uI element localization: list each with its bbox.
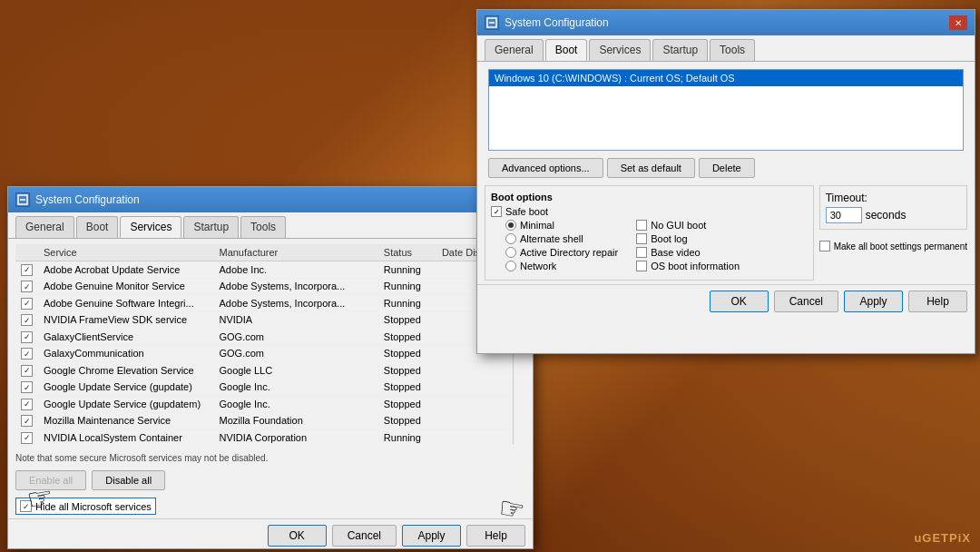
boot-help-button[interactable]: Help — [908, 291, 967, 312]
timeout-box: Timeout: seconds — [819, 185, 967, 230]
advanced-options-button[interactable]: Advanced options... — [488, 158, 603, 178]
tab-general[interactable]: General — [15, 216, 74, 238]
service-manufacturer: Google LLC — [213, 362, 377, 380]
service-checkbox[interactable] — [21, 399, 33, 410]
safe-boot-checkbox[interactable] — [491, 206, 502, 217]
ad-repair-row: Active Directory repair — [491, 247, 618, 258]
table-row[interactable]: Google Chrome Elevation ServiceGoogle LL… — [15, 362, 525, 380]
boot-tab-services[interactable]: Services — [589, 39, 651, 61]
table-row[interactable]: Adobe Genuine Monitor ServiceAdobe Syste… — [15, 278, 525, 295]
service-checkbox[interactable] — [21, 381, 33, 393]
base-video-checkbox[interactable] — [636, 247, 647, 258]
alternate-shell-label: Alternate shell — [520, 233, 583, 244]
ad-repair-label: Active Directory repair — [520, 247, 618, 258]
boot-title-text: System Configuration — [505, 16, 609, 29]
services-apply-button[interactable]: Apply — [402, 525, 461, 547]
table-row[interactable]: Adobe Genuine Software Integri...Adobe S… — [15, 295, 525, 312]
services-ok-button[interactable]: OK — [268, 525, 327, 547]
service-status: Stopped — [378, 345, 436, 362]
table-row[interactable]: NVIDIA FrameView SDK serviceNVIDIAStoppe… — [15, 311, 525, 329]
service-status: Running — [378, 295, 436, 312]
table-row[interactable]: Google Update Service (gupdate)Google In… — [15, 379, 525, 396]
services-title-icon — [15, 192, 30, 207]
service-checkbox[interactable] — [21, 314, 33, 326]
service-manufacturer: Google Inc. — [213, 379, 377, 396]
boot-footer: OK Cancel Apply Help — [477, 284, 975, 318]
base-video-row: Base video — [636, 247, 740, 258]
service-name: Adobe Genuine Software Integri... — [38, 295, 213, 312]
tab-boot[interactable]: Boot — [76, 216, 119, 238]
ad-repair-radio[interactable] — [505, 247, 516, 258]
service-status: Stopped — [378, 329, 436, 346]
service-status: Running — [378, 261, 436, 279]
service-checkbox[interactable] — [21, 365, 33, 377]
col-service[interactable]: Service — [38, 244, 213, 261]
network-radio[interactable] — [505, 261, 516, 271]
services-help-button[interactable]: Help — [466, 525, 525, 547]
boot-ok-button[interactable]: OK — [710, 291, 769, 312]
service-checkbox[interactable] — [21, 298, 33, 310]
service-checkbox[interactable] — [21, 348, 33, 360]
services-tab-bar: General Boot Services Startup Tools — [8, 212, 533, 239]
set-default-button[interactable]: Set as default — [607, 158, 695, 178]
alternate-shell-radio[interactable] — [505, 233, 516, 244]
service-name: Mozilla Maintenance Service — [38, 412, 213, 429]
service-manufacturer: Adobe Inc. — [213, 261, 377, 279]
table-row[interactable]: Mozilla Maintenance ServiceMozilla Found… — [15, 412, 525, 429]
service-checkbox[interactable] — [21, 264, 33, 276]
delete-button[interactable]: Delete — [699, 158, 755, 178]
service-name: NVIDIA LocalSystem Container — [38, 429, 213, 445]
service-status: Stopped — [378, 412, 436, 429]
os-boot-info-checkbox[interactable] — [636, 261, 647, 271]
hide-ms-label[interactable]: Hide all Microsoft services — [15, 498, 156, 515]
services-footer: OK Cancel Apply Help — [8, 518, 533, 552]
alternate-shell-row: Alternate shell — [491, 233, 618, 244]
boot-tab-startup[interactable]: Startup — [652, 39, 708, 61]
boot-tab-tools[interactable]: Tools — [710, 39, 755, 61]
table-row[interactable]: GalaxyClientServiceGOG.comStopped — [15, 329, 525, 346]
boot-tab-boot[interactable]: Boot — [545, 39, 588, 61]
boot-log-checkbox[interactable] — [636, 233, 647, 244]
service-checkbox[interactable] — [21, 415, 33, 427]
enable-all-button[interactable]: Enable all — [15, 470, 86, 490]
table-row[interactable]: Google Update Service (gupdatem)Google I… — [15, 396, 525, 413]
table-row[interactable]: GalaxyCommunicationGOG.comStopped — [15, 345, 525, 362]
boot-cancel-button[interactable]: Cancel — [774, 291, 838, 312]
hide-ms-checkbox[interactable] — [20, 500, 32, 512]
service-manufacturer: NVIDIA — [213, 311, 377, 329]
no-gui-row: No GUI boot — [636, 220, 740, 231]
tab-services[interactable]: Services — [120, 216, 181, 238]
service-checkbox[interactable] — [21, 432, 33, 444]
boot-close-button[interactable]: ✕ — [949, 15, 967, 30]
tab-startup[interactable]: Startup — [183, 216, 239, 238]
boot-apply-button[interactable]: Apply — [844, 291, 903, 312]
make-permanent-checkbox[interactable] — [819, 241, 830, 251]
safe-boot-label: Safe boot — [505, 206, 548, 217]
boot-tab-bar: General Boot Services Startup Tools — [477, 35, 975, 62]
timeout-panel: Timeout: seconds Make all boot settings … — [819, 185, 967, 281]
services-cancel-button[interactable]: Cancel — [332, 525, 397, 547]
table-row[interactable]: Adobe Acrobat Update ServiceAdobe Inc.Ru… — [15, 261, 525, 279]
os-list: Windows 10 (C:\WINDOWS) : Current OS; De… — [488, 69, 964, 151]
boot-title-left: System Configuration — [485, 15, 609, 30]
minimal-radio[interactable] — [505, 220, 516, 231]
timeout-input[interactable] — [826, 207, 862, 223]
service-checkbox[interactable] — [21, 281, 33, 292]
table-row[interactable]: NVIDIA LocalSystem ContainerNVIDIA Corpo… — [15, 429, 525, 445]
service-status: Stopped — [378, 396, 436, 413]
service-name: Adobe Genuine Monitor Service — [38, 278, 213, 295]
col-checkbox — [15, 244, 38, 261]
tab-tools[interactable]: Tools — [240, 216, 286, 238]
disable-all-button[interactable]: Disable all — [92, 470, 165, 490]
service-manufacturer: NVIDIA Corporation — [213, 429, 377, 445]
boot-log-label: Boot log — [651, 233, 687, 244]
make-permanent-row: Make all boot settings permanent — [819, 241, 967, 251]
service-manufacturer: Adobe Systems, Incorpora... — [213, 278, 377, 295]
boot-tab-general[interactable]: General — [485, 39, 544, 61]
col-status[interactable]: Status — [378, 244, 436, 261]
service-name: Google Chrome Elevation Service — [38, 362, 213, 380]
col-manufacturer[interactable]: Manufacturer — [213, 244, 377, 261]
os-item-win10[interactable]: Windows 10 (C:\WINDOWS) : Current OS; De… — [489, 70, 963, 86]
no-gui-checkbox[interactable] — [636, 220, 647, 231]
service-checkbox[interactable] — [21, 331, 33, 343]
